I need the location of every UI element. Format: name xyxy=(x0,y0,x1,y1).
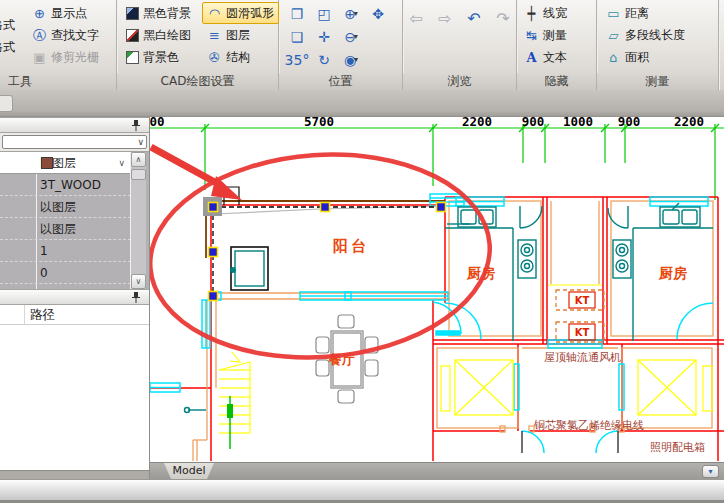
path-panel-header xyxy=(0,289,149,305)
smooth-arc-button[interactable]: ◠ 圆滑弧形 xyxy=(202,2,279,24)
back-button: ⇦ xyxy=(406,8,426,29)
property-value: 以图层 xyxy=(40,222,76,236)
model-tab[interactable]: Model xyxy=(164,463,214,479)
group-label-measure: 测量 xyxy=(597,73,718,90)
property-row-thickness[interactable]: 0 xyxy=(0,262,131,284)
tab-menu-button[interactable]: ▾ xyxy=(702,465,719,478)
zoom-extents-button[interactable]: ✛ xyxy=(314,26,334,47)
trim-raster-label: 修剪光栅 xyxy=(51,49,99,66)
scrollbar-thumb[interactable] xyxy=(131,169,146,180)
group-label-hide: 隐藏 xyxy=(517,73,596,90)
black-background-button[interactable]: 黑色背景 xyxy=(121,2,196,24)
black-background-icon xyxy=(126,7,139,20)
panel-bottom-gap xyxy=(0,470,149,479)
scroll-up-button[interactable]: ∧ xyxy=(131,152,146,167)
format-button-clipped-2[interactable]: 格式 xyxy=(0,36,27,58)
layer-zoom-dropdown-arrow[interactable]: ▾ xyxy=(354,55,358,64)
pan-button[interactable]: ✥ xyxy=(368,3,388,24)
scroll-down-button[interactable]: ∨ xyxy=(131,274,146,289)
measure-icon: ↹ xyxy=(524,28,539,43)
area-icon: ⌂ xyxy=(606,50,621,65)
dimension-text: 00 5700 2200 900 1000 900 2200 xyxy=(150,117,704,129)
pin-icon[interactable] xyxy=(131,120,141,132)
display-point-icon: ⊕ xyxy=(32,6,47,21)
measure-toggle[interactable]: ↹ 测量 xyxy=(519,24,596,46)
selected-polyline[interactable] xyxy=(213,207,443,297)
trim-raster-icon: ▣ xyxy=(32,50,47,65)
color-swatch xyxy=(41,157,53,169)
canvas-area: 00 5700 2200 900 1000 900 2200 xyxy=(150,117,724,479)
property-filter-row: ∨ xyxy=(0,133,149,152)
combo-chevron-icon[interactable]: ∨ xyxy=(137,136,144,149)
polyline-length-icon: ▱ xyxy=(606,28,621,43)
find-text-label: 查找文字 xyxy=(51,27,99,44)
smooth-arc-icon: ◠ xyxy=(207,6,222,21)
rotate-35-button[interactable]: 35° xyxy=(287,49,307,70)
wire-note: 铜芯聚氯乙烯绝缘电线 xyxy=(534,419,644,432)
property-value: 1 xyxy=(40,244,48,258)
property-grid: 以图层 ∨ 3T_WOOD 以图层 以图层 1 0 ∧ ∨ xyxy=(0,152,149,289)
collapsed-panel-tab[interactable] xyxy=(0,95,13,112)
area-label: 面积 xyxy=(625,49,649,66)
format-button-clipped-1[interactable]: 格式 xyxy=(0,14,27,36)
dimension-lines xyxy=(150,124,724,200)
line-width-label: 线宽 xyxy=(543,5,567,22)
fan-note: 屋顶轴流通风机 xyxy=(544,351,621,364)
svg-text:2200: 2200 xyxy=(462,117,492,129)
black-white-drawing-label: 黑白绘图 xyxy=(143,27,191,44)
line-width-toggle[interactable]: ┿ 线宽 xyxy=(519,2,596,24)
path-list-gutter xyxy=(0,305,25,325)
black-background-label: 黑色背景 xyxy=(143,5,191,22)
zoom-refresh-button[interactable]: ↻ xyxy=(314,49,334,70)
property-row-scale[interactable]: 1 xyxy=(0,240,131,262)
polyline-length-button[interactable]: ▱ 多段线长度 xyxy=(601,24,718,46)
distance-label: 距离 xyxy=(625,5,649,22)
properties-panel-header xyxy=(0,117,149,133)
zoom-in-dropdown-arrow[interactable]: ▾ xyxy=(354,9,358,18)
copy-view-button[interactable]: ❐ xyxy=(287,3,307,24)
zoom-out-button[interactable]: ⊖▾ xyxy=(341,26,361,47)
drawing-canvas[interactable]: 00 5700 2200 900 1000 900 2200 xyxy=(150,117,724,462)
ribbon-group-measure: ▭ 距离 ▱ 多段线长度 ⌂ 面积 测量 xyxy=(597,0,719,90)
forward-button: ⇨ xyxy=(435,8,455,29)
text-toggle[interactable]: A 文本 xyxy=(519,46,596,68)
pin-icon[interactable] xyxy=(131,292,141,304)
path-list-header: 路径 xyxy=(0,305,149,325)
zoom-out-dropdown-arrow[interactable]: ▾ xyxy=(354,32,358,41)
redo-button: ↷ xyxy=(493,8,513,29)
stairs-green-marker xyxy=(227,396,233,449)
find-text-button[interactable]: Ⓐ 查找文字 xyxy=(27,24,104,46)
layer-zoom-button[interactable]: ◉▾ xyxy=(341,49,361,70)
zoom-in-button[interactable]: ⊕▾ xyxy=(341,3,361,24)
row-chevron-icon[interactable]: ∨ xyxy=(118,152,125,174)
windows-cyan xyxy=(150,194,713,453)
property-filter-combobox[interactable]: ∨ xyxy=(2,135,147,149)
property-row-linetype[interactable]: 以图层 xyxy=(0,196,131,218)
area-button[interactable]: ⌂ 面积 xyxy=(601,46,718,68)
background-color-button[interactable]: 背景色 xyxy=(121,46,196,68)
ribbon-bottom-band xyxy=(0,90,724,117)
paste-view-button[interactable]: ❏ xyxy=(287,26,307,47)
door-leaves-black xyxy=(522,431,618,453)
group-label-tools: 工具 xyxy=(0,73,116,90)
kt-label-2: KT xyxy=(575,327,590,338)
group-label-position: 位置 xyxy=(279,73,402,90)
display-point-label: 显示点 xyxy=(51,5,87,22)
path-column-header[interactable]: 路径 xyxy=(30,305,55,325)
property-grid-scrollbar[interactable]: ∧ ∨ xyxy=(130,152,146,289)
distance-button[interactable]: ▭ 距离 xyxy=(601,2,718,24)
structure-button[interactable]: ✇ 结构 xyxy=(202,46,279,68)
property-row-lineweight[interactable]: 以图层 xyxy=(0,218,131,240)
zoom-window-button[interactable]: ◰ xyxy=(314,3,334,24)
display-point-button[interactable]: ⊕ 显示点 xyxy=(27,2,104,24)
line-width-icon: ┿ xyxy=(524,6,539,21)
property-row-color[interactable]: 以图层 ∨ xyxy=(0,152,131,174)
group-label-cad-settings: CAD绘图设置 xyxy=(117,73,278,90)
svg-text:900: 900 xyxy=(522,117,545,129)
smooth-arc-label: 圆滑弧形 xyxy=(226,5,274,22)
layers-button[interactable]: ≡ 图层 xyxy=(202,24,279,46)
svg-text:2200: 2200 xyxy=(674,117,704,129)
property-row-layer[interactable]: 3T_WOOD xyxy=(0,174,131,196)
black-white-drawing-button[interactable]: 黑白绘图 xyxy=(121,24,196,46)
undo-button[interactable]: ↶ xyxy=(464,8,484,29)
